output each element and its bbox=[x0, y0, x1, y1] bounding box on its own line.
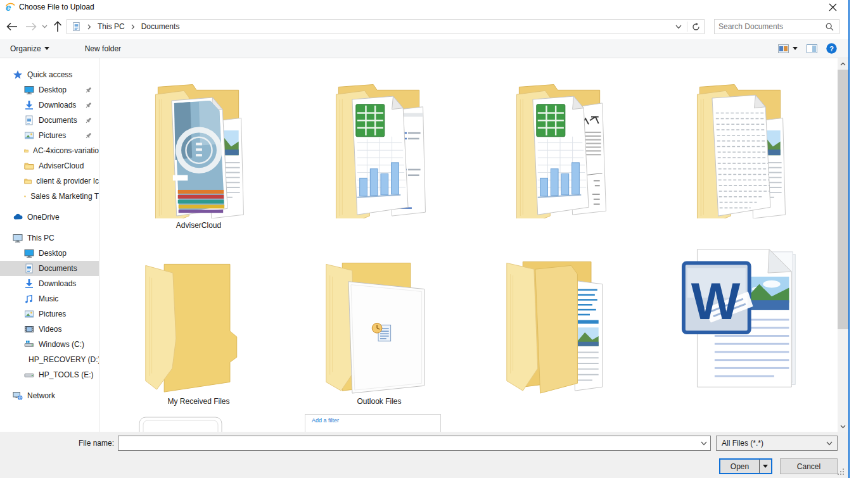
sidebar-item-label: Pictures bbox=[39, 310, 66, 318]
sidebar-item-pc-downloads[interactable]: Downloads bbox=[0, 276, 99, 291]
file-type-select[interactable]: All Files (*.*) bbox=[716, 436, 838, 451]
drive-icon bbox=[24, 370, 34, 380]
view-dropdown-arrow-icon bbox=[793, 47, 798, 50]
open-button-label: Open bbox=[720, 460, 759, 473]
file-tile-outlook-files[interactable]: Outlook Files bbox=[289, 246, 469, 422]
desktop-icon bbox=[24, 248, 34, 258]
file-type-value: All Files (*.*) bbox=[717, 439, 822, 448]
folder-icon bbox=[24, 191, 26, 201]
pictures-icon bbox=[24, 130, 34, 141]
sidebar-item-ac-4xicons[interactable]: AC-4xicons-variatio bbox=[0, 143, 99, 158]
quick-access-star-icon bbox=[13, 70, 23, 80]
sidebar-item-quick-access[interactable]: Quick access bbox=[0, 67, 99, 82]
address-dropdown-chevron-icon[interactable] bbox=[670, 20, 687, 34]
recent-locations-chevron-icon[interactable] bbox=[39, 20, 49, 34]
file-label: My Received Files bbox=[167, 397, 229, 406]
up-icon[interactable] bbox=[51, 20, 65, 34]
downloads-icon bbox=[24, 100, 34, 110]
back-icon[interactable] bbox=[5, 20, 19, 34]
sidebar-item-pc-windows-c[interactable]: Windows (C:) bbox=[0, 337, 99, 352]
pin-icon bbox=[84, 116, 93, 125]
sidebar-item-label: Downloads bbox=[39, 279, 76, 288]
windows-drive-icon bbox=[24, 339, 34, 349]
file-tile-folder-4[interactable] bbox=[650, 70, 831, 246]
sidebar-item-downloads[interactable]: Downloads bbox=[0, 97, 99, 113]
preview-pane-icon[interactable] bbox=[807, 44, 817, 53]
file-tile-folder-3[interactable] bbox=[469, 70, 650, 246]
videos-icon bbox=[24, 324, 34, 334]
file-tile-my-received-files[interactable]: My Received Files bbox=[108, 246, 289, 422]
sidebar-item-pc-documents[interactable]: Documents bbox=[0, 261, 99, 276]
scroll-down-icon[interactable] bbox=[838, 421, 848, 432]
sidebar-item-label: Videos bbox=[39, 325, 61, 334]
pictures-icon bbox=[24, 309, 34, 319]
command-toolbar: Organize New folder ? bbox=[0, 39, 848, 58]
sidebar-item-network[interactable]: Network bbox=[0, 388, 99, 403]
resize-grip[interactable] bbox=[838, 469, 845, 475]
file-name-dropdown-chevron-icon[interactable] bbox=[698, 436, 710, 450]
breadcrumb-documents[interactable]: Documents bbox=[139, 22, 182, 31]
organize-button[interactable]: Organize bbox=[4, 39, 56, 58]
file-name-combo[interactable] bbox=[118, 436, 711, 451]
folder-icon bbox=[24, 146, 29, 156]
dialog-footer: File name: All Files (*.*) Open Cancel bbox=[0, 432, 848, 478]
sidebar-item-label: Documents bbox=[39, 116, 77, 125]
vertical-scrollbar[interactable] bbox=[838, 58, 848, 432]
sidebar-item-label: AdviserCloud bbox=[39, 161, 84, 170]
file-tile-advisercloud[interactable]: AdviserCloud bbox=[108, 70, 289, 246]
sidebar-item-documents[interactable]: Documents bbox=[0, 113, 99, 128]
breadcrumb-this-pc[interactable]: This PC bbox=[95, 22, 127, 31]
address-bar[interactable]: This PC Documents bbox=[67, 19, 705, 34]
sidebar-item-client-provider[interactable]: client & provider Ic bbox=[0, 173, 99, 189]
sidebar-item-onedrive[interactable]: OneDrive bbox=[0, 210, 99, 225]
file-label: AdviserCloud bbox=[176, 221, 221, 230]
sidebar-item-label: Sales & Marketing T bbox=[30, 192, 99, 201]
sidebar-item-label: This PC bbox=[27, 234, 54, 242]
open-button[interactable]: Open bbox=[719, 458, 772, 474]
folder-with-spreadsheet-chart-and-list-document-icon bbox=[316, 70, 443, 218]
sidebar-item-label: HP_RECOVERY (D:) bbox=[29, 355, 99, 364]
sidebar-item-this-pc[interactable]: This PC bbox=[0, 230, 99, 246]
downloads-icon bbox=[24, 279, 34, 289]
file-tile-folder-7[interactable] bbox=[469, 246, 650, 422]
file-type-dropdown-chevron-icon bbox=[822, 441, 837, 446]
search-icon[interactable] bbox=[826, 23, 834, 31]
file-name-label: File name: bbox=[0, 439, 114, 448]
sidebar-item-advisercloud[interactable]: AdviserCloud bbox=[0, 158, 99, 173]
sidebar-item-sales-marketing[interactable]: Sales & Marketing T bbox=[0, 189, 99, 204]
scrollbar-thumb[interactable] bbox=[838, 70, 848, 329]
sidebar-item-pc-music[interactable]: Music bbox=[0, 291, 99, 306]
search-box[interactable] bbox=[714, 19, 839, 34]
open-dropdown-arrow-icon[interactable] bbox=[760, 460, 771, 473]
new-folder-button[interactable]: New folder bbox=[79, 39, 127, 58]
file-list-area: AdviserCloud bbox=[99, 58, 838, 432]
change-view-button[interactable] bbox=[778, 44, 798, 53]
sidebar-item-label: HP_TOOLS (E:) bbox=[39, 370, 93, 379]
file-tile-word-document[interactable]: W bbox=[650, 246, 831, 422]
sidebar-item-label: Documents bbox=[39, 264, 77, 273]
sidebar-item-pc-desktop[interactable]: Desktop bbox=[0, 246, 99, 261]
thumbnail-view-icon bbox=[778, 44, 789, 53]
close-icon[interactable] bbox=[823, 1, 842, 13]
file-tile-partial-document-stack[interactable] bbox=[139, 417, 222, 432]
sidebar-item-label: AC-4xicons-variatio bbox=[33, 146, 99, 155]
forward-icon[interactable] bbox=[24, 20, 38, 34]
file-tile-partial-screenshot-card[interactable]: Add a filter bbox=[305, 414, 441, 432]
internet-explorer-icon: e bbox=[5, 2, 15, 12]
sidebar-item-pc-pictures[interactable]: Pictures bbox=[0, 306, 99, 322]
refresh-icon[interactable] bbox=[687, 20, 704, 34]
sidebar-item-desktop[interactable]: Desktop bbox=[0, 82, 99, 97]
sidebar-item-pc-videos[interactable]: Videos bbox=[0, 322, 99, 337]
file-name-input[interactable] bbox=[118, 436, 698, 450]
folder-with-text-and-photo-document-icon bbox=[677, 70, 804, 218]
file-tile-folder-2[interactable] bbox=[289, 70, 469, 246]
help-icon[interactable]: ? bbox=[826, 43, 837, 54]
sidebar-item-pc-hp-recovery[interactable]: HP_RECOVERY (D:) bbox=[0, 352, 99, 367]
search-input[interactable] bbox=[715, 22, 826, 31]
add-a-filter-text: Add a filter bbox=[312, 417, 339, 424]
scroll-up-icon[interactable] bbox=[838, 58, 848, 69]
cancel-button[interactable]: Cancel bbox=[780, 458, 838, 474]
sidebar-item-pictures[interactable]: Pictures bbox=[0, 128, 99, 143]
sidebar-item-label: Desktop bbox=[39, 85, 67, 94]
sidebar-item-pc-hp-tools[interactable]: HP_TOOLS (E:) bbox=[0, 367, 99, 382]
